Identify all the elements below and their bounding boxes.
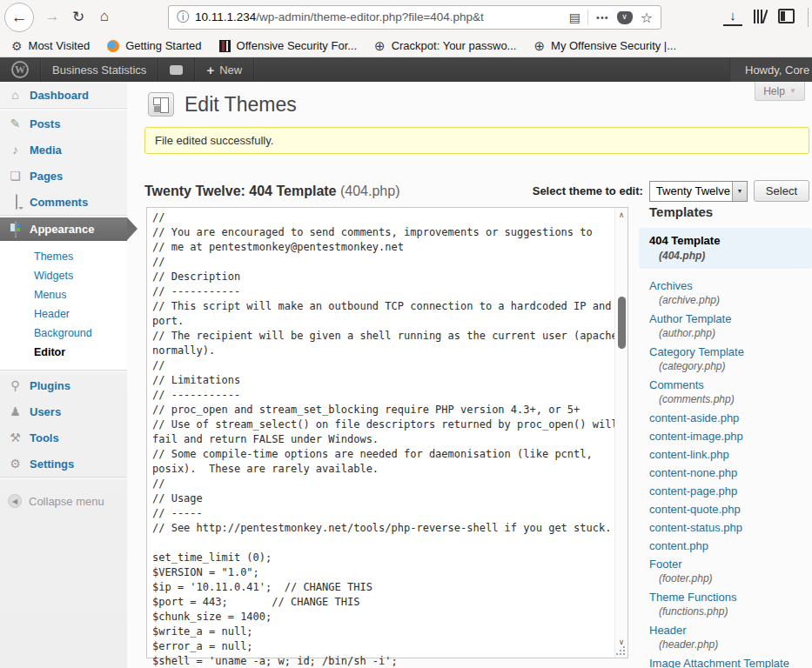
submenu-item-editor[interactable]: Editor xyxy=(0,343,127,362)
template-link[interactable]: Comments xyxy=(649,377,812,392)
bookmark-star-icon[interactable]: ☆ xyxy=(641,10,653,26)
template-item[interactable]: content-aside.php xyxy=(639,411,812,425)
pages-icon: ❏ xyxy=(8,169,23,183)
appearance-screen-icon xyxy=(8,223,23,237)
template-name: 404 Template xyxy=(649,233,812,249)
help-label: Help xyxy=(763,85,785,97)
submenu-item-menus[interactable]: Menus xyxy=(0,285,127,304)
url-text[interactable]: 10.11.1.234/wp-admin/theme-editor.php?fi… xyxy=(195,10,562,25)
wp-logo-menu[interactable]: W xyxy=(0,57,41,82)
template-link[interactable]: content-none.php xyxy=(649,465,812,480)
template-item[interactable]: content-quote.php xyxy=(639,502,812,517)
template-link[interactable]: content-quote.php xyxy=(649,502,812,517)
template-item[interactable]: Header (header.php) xyxy=(639,623,812,652)
submenu-item-widgets[interactable]: Widgets xyxy=(0,266,127,285)
template-item[interactable]: Author Template (author.php) xyxy=(639,311,812,341)
file-title: Twenty Twelve: 404 Template xyxy=(144,184,337,198)
template-link[interactable]: Theme Functions xyxy=(649,590,812,605)
template-link[interactable]: Header xyxy=(649,623,812,638)
theme-select-dropdown[interactable]: Twenty Twelve ▼ xyxy=(649,181,748,202)
sidebar-item-appearance[interactable]: Appearance xyxy=(0,217,127,241)
template-link[interactable]: content-page.php xyxy=(649,484,812,498)
forward-button[interactable]: → xyxy=(40,8,64,25)
template-link[interactable]: content.php xyxy=(649,538,812,553)
template-item[interactable]: Image Attachment Template (image.php) xyxy=(639,656,812,668)
template-link[interactable]: Archives xyxy=(649,278,812,293)
sidebar-item-pages[interactable]: ❏ Pages xyxy=(0,163,127,189)
template-link[interactable]: content-aside.php xyxy=(649,411,812,425)
template-file: (author.php) xyxy=(649,326,812,341)
url-domain: 10.11.1.234 xyxy=(195,10,256,23)
templates-panel: Templates 404 Template (404.php) Archive… xyxy=(639,204,812,668)
submenu-item-header[interactable]: Header xyxy=(0,304,127,324)
template-item[interactable]: content-none.php xyxy=(639,465,812,480)
bookmark-most-visited[interactable]: ⚙ Most Visited xyxy=(11,39,90,53)
sidebars-icon[interactable] xyxy=(778,9,795,23)
comments-menu[interactable] xyxy=(158,57,195,82)
bookmark-my-offensive-security[interactable]: ⊕ My Offensive Security |... xyxy=(534,38,676,54)
downloads-icon[interactable]: ↓ xyxy=(723,8,742,26)
back-button[interactable]: ← xyxy=(4,3,34,32)
template-item[interactable]: Category Template (category.php) xyxy=(639,344,812,374)
reader-mode-icon[interactable]: ▤ xyxy=(569,10,580,24)
sidebar-item-posts[interactable]: ✎ Posts xyxy=(0,110,127,137)
new-content-menu[interactable]: + New xyxy=(195,57,254,82)
reload-button[interactable]: ↻ xyxy=(66,8,91,26)
bookmark-getting-started[interactable]: Getting Started xyxy=(107,39,201,52)
pocket-icon[interactable]: ∨ xyxy=(617,11,633,24)
template-item[interactable]: content-link.php xyxy=(639,447,812,462)
url-bar[interactable]: ⓘ 10.11.1.234/wp-admin/theme-editor.php?… xyxy=(168,5,661,30)
sidebar-item-users[interactable]: ♟ Users xyxy=(0,398,127,424)
template-item[interactable]: Archives (archive.php) xyxy=(639,278,812,308)
template-item[interactable]: content-image.php xyxy=(639,429,812,444)
page-actions-icon[interactable]: ••• xyxy=(596,12,609,23)
scroll-up-icon[interactable]: ∧ xyxy=(615,210,627,219)
template-link[interactable]: Image Attachment Template xyxy=(649,656,812,668)
home-button[interactable]: ⌂ xyxy=(92,8,117,25)
template-link[interactable]: content-image.php xyxy=(649,429,812,444)
sidebar-item-settings[interactable]: ⚙ Settings xyxy=(0,451,127,477)
template-item[interactable]: content-page.php xyxy=(639,484,812,498)
template-link[interactable]: Category Template xyxy=(649,344,812,359)
scrollbar-thumb[interactable] xyxy=(618,297,626,349)
template-item[interactable]: Footer (footer.php) xyxy=(639,557,812,586)
sidebar-item-media[interactable]: ♪ Media xyxy=(0,137,127,163)
sidebar-item-comments[interactable]: Comments xyxy=(0,189,127,215)
sidebar-item-label: Settings xyxy=(30,458,74,471)
code-content[interactable]: // // You are encouraged to send comment… xyxy=(152,210,627,668)
library-icon[interactable] xyxy=(752,10,769,24)
howdy-account-menu[interactable]: Howdy, Core xyxy=(729,57,812,82)
page-title: Edit Themes xyxy=(185,93,297,117)
url-path: /wp-admin/theme-editor.php?file=404.php&… xyxy=(256,10,484,23)
bookmark-offensive-security-forums[interactable]: Offensive Security For... xyxy=(219,39,357,52)
code-editor-textarea[interactable]: // // You are encouraged to send comment… xyxy=(146,207,628,658)
site-name-menu[interactable]: Business Statistics xyxy=(41,57,158,82)
template-item[interactable]: content-status.php xyxy=(639,520,812,535)
sidebar-item-tools[interactable]: ⚒ Tools xyxy=(0,424,127,451)
template-link[interactable]: Footer xyxy=(649,557,812,571)
site-info-icon[interactable]: ⓘ xyxy=(177,10,189,25)
comment-bubble-icon xyxy=(170,65,183,75)
editor-scrollbar[interactable]: ∧ ∨ xyxy=(614,208,627,658)
file-heading-bar: Twenty Twelve: 404 Template (404.php) Se… xyxy=(144,179,812,204)
template-link[interactable]: Author Template xyxy=(649,311,812,326)
tools-icon: ⚒ xyxy=(8,431,23,444)
bookmark-label: My Offensive Security |... xyxy=(551,39,676,52)
collapse-menu-button[interactable]: ◀ Collapse menu xyxy=(0,494,127,508)
bookmark-crackpot[interactable]: ⊕ Crackpot: Your passwo... xyxy=(374,38,516,54)
template-link[interactable]: content-link.php xyxy=(649,447,812,462)
select-theme-button[interactable]: Select xyxy=(754,180,809,202)
sidebar-item-plugins[interactable]: ⚲ Plugins xyxy=(0,372,127,398)
comment-bubble-icon xyxy=(8,195,23,209)
submenu-item-themes[interactable]: Themes xyxy=(0,247,127,266)
template-item[interactable]: Comments (comments.php) xyxy=(639,377,812,407)
template-item-active[interactable]: 404 Template (404.php) xyxy=(639,228,812,269)
template-item[interactable]: content.php xyxy=(639,538,812,553)
template-link[interactable]: content-status.php xyxy=(649,520,812,535)
help-button[interactable]: Help ▼ xyxy=(755,82,805,101)
sidebar-item-dashboard[interactable]: ⌂ Dashboard xyxy=(0,82,127,108)
template-item[interactable]: Theme Functions (functions.php) xyxy=(639,590,812,619)
gear-icon: ⚙ xyxy=(11,39,23,53)
submenu-item-background[interactable]: Background xyxy=(0,324,127,343)
resize-grip[interactable] xyxy=(615,645,626,656)
